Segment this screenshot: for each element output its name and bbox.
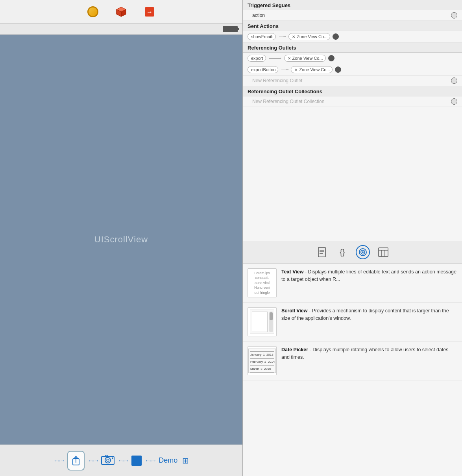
library-filter-bar: {} [243, 241, 462, 264]
outlet-target-label-2: Zone View Co... [299, 67, 330, 72]
action-label: action [252, 13, 265, 18]
ref-outlet-collections-header: Referencing Outlet Collections [243, 86, 462, 96]
sent-action-target-1[interactable]: ✕ Zone View Co... [288, 33, 330, 40]
datepicker-description: Date Picker - Displays multiple rotating… [281, 346, 457, 361]
outlet-row-1: export → ✕ Zone View Co... [243, 53, 462, 64]
datepicker-name: Date Picker [281, 347, 308, 352]
triggered-segues-header: Triggered Segues [243, 0, 462, 10]
arrow-left-1: ←···→ [54, 458, 64, 463]
arrow-left-2: ←···→ [88, 458, 98, 463]
new-outlet-row: New Referencing Outlet [243, 76, 462, 86]
scroll-track [269, 312, 273, 332]
left-panel: → UIScrollView ←···→ ←···→ [0, 0, 243, 476]
filter-document-icon[interactable] [315, 245, 329, 259]
new-outlet-label: New Referencing Outlet [252, 78, 449, 83]
outlet-circle-1[interactable] [328, 55, 334, 61]
svg-point-9 [105, 458, 111, 463]
library-item-scrollview[interactable]: Scroll View - Provides a mechanism to di… [243, 303, 462, 341]
filter-table-icon[interactable] [376, 245, 390, 259]
arrow-left-3: ←···→ [118, 458, 128, 463]
action-circle[interactable] [451, 12, 457, 18]
sent-target-label-1: Zone View Co... [297, 34, 327, 39]
date-row-1: January 1 2013 [250, 352, 274, 358]
status-bar [0, 24, 242, 35]
scrollview-description: Scroll View - Provides a mechanism to di… [281, 307, 457, 322]
connections-panel: Triggered Segues action Sent Actions sho… [243, 0, 462, 241]
datepicker-thumb-visual: January 1 2013 February 2 2014 March 3 [248, 349, 276, 373]
svg-text:{}: {} [340, 248, 345, 256]
battery-icon [223, 26, 238, 32]
share-button[interactable] [67, 451, 85, 470]
textview-thumb-content: Lorem ipsconsuati.aunc vitalNunc venidui… [253, 269, 272, 297]
outlet-row-2: exportButton → ✕ Zone View Co... [243, 64, 462, 76]
svg-point-20 [362, 251, 364, 253]
new-outlet-collection-row: New Referencing Outlet Collection [243, 96, 462, 107]
filter-brackets-icon[interactable]: {} [335, 245, 349, 259]
x-icon-3[interactable]: ✕ [294, 68, 298, 72]
svg-rect-21 [379, 248, 388, 256]
new-outlet-circle[interactable] [451, 77, 457, 84]
new-collection-circle[interactable] [451, 98, 457, 105]
svg-rect-12 [112, 458, 113, 459]
outlet-target-label-1: Zone View Co... [292, 56, 323, 61]
grid-icon: ⊞ [182, 456, 189, 465]
svg-text:→: → [146, 9, 153, 15]
arrow-left-4: ←···→ [145, 458, 155, 463]
demo-label: Demo [159, 456, 177, 465]
scroll-content-area [252, 312, 268, 332]
new-outlet-collection-label: New Referencing Outlet Collection [252, 99, 449, 104]
outlet-target-2[interactable]: ✕ Zone View Co... [291, 66, 333, 73]
library-list: Lorem ipsconsuati.aunc vitalNunc venidui… [243, 264, 462, 476]
export-label: export [251, 56, 263, 61]
export-button-label: exportButton [251, 67, 275, 72]
scrollview-thumb [248, 307, 277, 336]
outlet-circle-2[interactable] [335, 66, 341, 73]
x-icon-2[interactable]: ✕ [288, 56, 291, 61]
bottom-toolbar: ←···→ ←···→ ←···→ ←···→ Demo ⊞ [0, 445, 242, 476]
blue-square-button[interactable] [131, 456, 142, 466]
date-row-3: March 3 2015 [250, 367, 274, 372]
scroll-thumb-visual [250, 310, 274, 334]
referencing-outlets-header: Referencing Outlets [243, 42, 462, 53]
canvas-label: UIScrollView [94, 234, 148, 245]
datepicker-thumb: January 1 2013 February 2 2014 March 3 [248, 346, 277, 375]
sent-action-row-1: showEmail: → ✕ Zone View Co... [243, 31, 462, 42]
show-email-label: showEmail: [251, 34, 273, 39]
right-panel: Triggered Segues action Sent Actions sho… [243, 0, 462, 476]
scroll-thumb-bar [270, 312, 273, 320]
sent-actions-header: Sent Actions [243, 21, 462, 31]
camera-button[interactable] [101, 454, 115, 467]
circle-tool-icon[interactable] [87, 6, 99, 18]
exit-tool-icon[interactable]: → [143, 6, 156, 18]
scroll-bar [269, 312, 273, 332]
svg-point-10 [107, 459, 109, 461]
textview-name: Text View [281, 269, 304, 275]
action-row: action [243, 10, 462, 21]
sent-action-circle-1[interactable] [333, 33, 339, 40]
cube-tool-icon[interactable] [115, 6, 128, 18]
export-pill[interactable]: export [248, 55, 266, 62]
canvas-area: UIScrollView [0, 35, 242, 445]
show-email-pill[interactable]: showEmail: [248, 33, 276, 40]
date-row-2: February 2 2014 [250, 360, 274, 365]
filter-circle-icon[interactable] [356, 245, 370, 259]
library-item-textview[interactable]: Lorem ipsconsuati.aunc vitalNunc venidui… [243, 264, 462, 303]
library-item-datepicker[interactable]: January 1 2013 February 2 2014 March 3 [243, 341, 462, 380]
scrollview-name: Scroll View [281, 308, 307, 314]
x-icon-1[interactable]: ✕ [292, 35, 295, 39]
textview-thumb: Lorem ipsconsuati.aunc vitalNunc venidui… [248, 268, 277, 297]
export-button-pill[interactable]: exportButton [248, 66, 278, 73]
outlet-target-1[interactable]: ✕ Zone View Co... [284, 55, 326, 62]
textview-description: Text View - Displays multiple lines of e… [281, 268, 457, 283]
toolbar: → [0, 0, 242, 24]
svg-rect-13 [318, 247, 325, 257]
empty-space [243, 107, 462, 241]
